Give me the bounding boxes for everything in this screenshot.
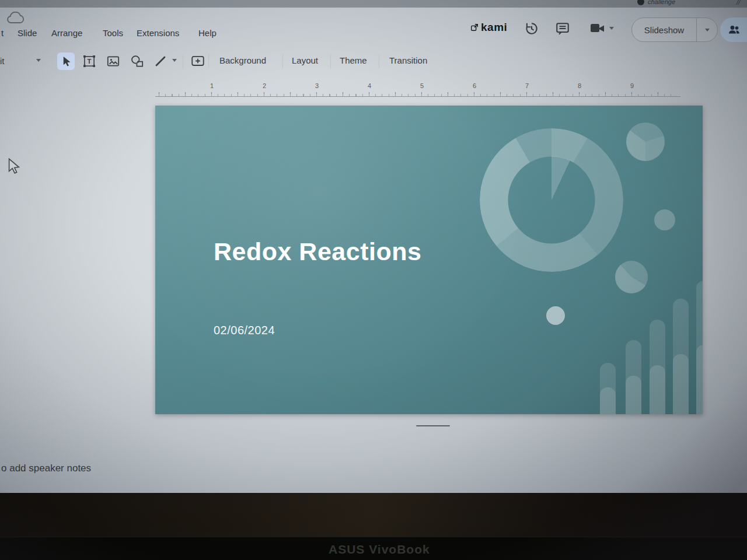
speaker-notes-placeholder[interactable]: o add speaker notes	[1, 463, 91, 474]
textbox-tool-button[interactable]: T	[81, 52, 98, 70]
insert-image-button[interactable]	[104, 52, 122, 70]
slide-date-textbox[interactable]: 02/06/2024	[214, 324, 275, 337]
circle-decoration	[654, 209, 675, 230]
drive-saved-cloud-icon	[5, 12, 26, 26]
bar-decoration	[673, 299, 689, 414]
donut-wedge-decoration	[508, 156, 595, 244]
cutoff-browser-strip: challenge //	[0, 0, 747, 8]
external-link-icon	[470, 23, 479, 32]
comment-history-icon[interactable]	[555, 21, 570, 36]
ruler-number: 1	[210, 82, 214, 89]
menu-tools[interactable]: Tools	[103, 28, 123, 38]
transition-button[interactable]: Transition	[389, 55, 427, 65]
notes-resize-handle[interactable]	[416, 425, 450, 426]
add-comment-button[interactable]	[189, 52, 207, 70]
menu-format-partial[interactable]: t	[1, 28, 4, 38]
pie-circle-decoration	[626, 123, 665, 161]
bar-decoration	[600, 363, 616, 414]
laptop-screen: challenge // t Slide Arrange Tools Exten…	[0, 0, 747, 537]
background-button[interactable]: Background	[219, 55, 266, 65]
zoom-dropdown-caret[interactable]	[36, 59, 41, 62]
mouse-cursor-arrow	[5, 158, 22, 176]
toolbar-divider	[330, 54, 331, 68]
meet-camera-icon[interactable]	[589, 21, 614, 35]
people-share-icon	[727, 23, 741, 37]
toolbar-divider	[183, 54, 183, 68]
line-dropdown-caret[interactable]	[172, 59, 177, 62]
insert-shape-button[interactable]	[128, 52, 146, 70]
chevron-down-icon	[705, 29, 710, 32]
menu-help[interactable]: Help	[198, 28, 217, 38]
toolbar-divider	[379, 54, 379, 68]
ruler-number: 5	[420, 82, 424, 89]
camera-dropdown-caret[interactable]	[609, 27, 614, 30]
bar-decoration	[650, 320, 665, 414]
select-tool-button[interactable]	[57, 52, 75, 70]
cutoff-site-icon	[637, 0, 644, 5]
bar-decoration	[626, 340, 641, 414]
ruler-ticks	[159, 90, 677, 96]
laptop-bezel: ASUS VivoBook	[0, 537, 747, 560]
slideshow-button[interactable]: Slideshow	[631, 18, 718, 42]
slideshow-dropdown[interactable]	[696, 18, 717, 41]
toolbar-divider	[282, 54, 283, 68]
ruler-number: 6	[473, 82, 476, 89]
laptop-brand-label: ASUS VivoBook	[329, 542, 430, 556]
zoom-select-partial[interactable]: it	[0, 56, 5, 66]
menu-extensions[interactable]: Extensions	[137, 28, 179, 38]
ruler-number: 2	[263, 82, 266, 89]
slideshow-label: Slideshow	[632, 25, 696, 35]
cutoff-corner-mark: //	[736, 0, 740, 6]
circle-decoration	[546, 306, 565, 325]
windows-taskbar: Search T	[0, 493, 747, 537]
insert-line-button[interactable]	[152, 52, 169, 70]
theme-button[interactable]: Theme	[340, 55, 367, 65]
share-button[interactable]	[720, 18, 747, 42]
kami-label: kami	[481, 21, 507, 34]
horizontal-ruler: 1 2 3 4 5 6 7 8 9	[155, 82, 680, 97]
bar-decoration	[696, 281, 703, 414]
ruler-number: 8	[578, 82, 581, 89]
ruler-number: 4	[368, 82, 371, 89]
cutoff-site-text: challenge	[648, 0, 675, 5]
circle-decoration	[615, 261, 648, 293]
layout-button[interactable]: Layout	[292, 55, 318, 65]
kami-extension-button[interactable]: kami	[470, 21, 507, 34]
menu-slide[interactable]: Slide	[18, 28, 37, 38]
version-history-icon[interactable]	[524, 21, 539, 36]
menubar: t Slide Arrange Tools Extensions Help	[0, 28, 455, 41]
slide-canvas[interactable]: Redox Reactions 02/06/2024	[155, 106, 703, 414]
textbox-icon-letter: T	[88, 58, 92, 65]
ruler-number: 9	[630, 82, 634, 89]
toolbar: it T Background	[0, 51, 747, 72]
ruler-number: 7	[525, 82, 529, 89]
ruler-number: 3	[315, 82, 319, 89]
toolbar-divider	[208, 54, 209, 68]
menu-arrange[interactable]: Arrange	[51, 28, 82, 38]
slide-title-textbox[interactable]: Redox Reactions	[214, 237, 421, 266]
